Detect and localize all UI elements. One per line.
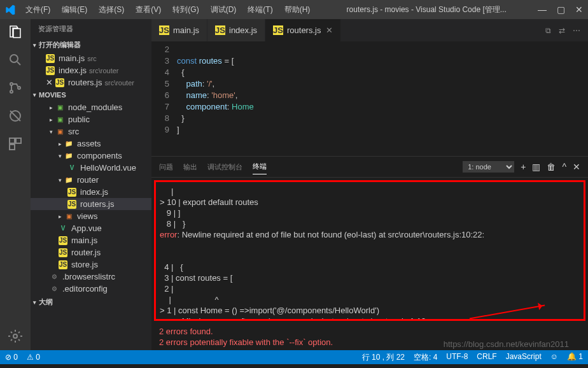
terminal-selector[interactable]: 1: node <box>463 161 514 173</box>
close-panel-icon[interactable]: ✕ <box>573 162 580 172</box>
svg-point-8 <box>13 334 17 338</box>
panel-tab[interactable]: 终端 <box>253 159 267 174</box>
svg-point-0 <box>10 55 18 62</box>
project-header[interactable]: MOVIES <box>31 90 151 100</box>
close-button[interactable]: ✕ <box>575 4 583 15</box>
menu-item[interactable]: 查看(V) <box>130 2 166 18</box>
menu-item[interactable]: 转到(G) <box>167 2 204 18</box>
maximize-panel-icon[interactable]: ^ <box>562 162 566 172</box>
svg-rect-6 <box>16 138 21 143</box>
open-editor-item[interactable]: JSindex.jssrc\router <box>31 64 151 76</box>
explorer-icon[interactable] <box>8 24 23 39</box>
source-control-icon[interactable] <box>8 80 23 96</box>
tree-file[interactable]: VHelloWorld.vue <box>31 162 151 174</box>
minimize-button[interactable]: — <box>538 4 547 15</box>
outline-header[interactable]: 大纲 <box>31 296 151 308</box>
new-terminal-icon[interactable]: + <box>521 162 526 172</box>
activity-bar <box>0 19 31 350</box>
debug-icon[interactable] <box>8 108 23 124</box>
menu-item[interactable]: 选择(S) <box>94 2 129 18</box>
kill-terminal-icon[interactable]: 🗑 <box>547 162 556 172</box>
menu-item[interactable]: 调试(D) <box>206 2 242 18</box>
editor-tab[interactable]: JSrouters.js✕ <box>265 19 341 41</box>
editor-tab[interactable]: JSmain.js <box>151 19 207 41</box>
settings-gear-icon[interactable] <box>8 329 23 344</box>
explorer-sidebar: 资源管理器 打开的编辑器 JSmain.jssrcJSindex.jssrc\r… <box>31 19 151 350</box>
split-terminal-icon[interactable]: ▥ <box>532 162 540 172</box>
tree-file[interactable]: ⚙.browserslistrc <box>31 271 151 283</box>
tree-file[interactable]: VApp.vue <box>31 222 151 234</box>
titlebar: 文件(F)编辑(E)选择(S)查看(V)转到(G)调试(D)终端(T)帮助(H)… <box>0 0 588 19</box>
minimap[interactable] <box>537 41 588 156</box>
status-notifications[interactable]: 🔔 1 <box>567 352 583 363</box>
main-menu: 文件(F)编辑(E)选择(S)查看(V)转到(G)调试(D)终端(T)帮助(H) <box>20 2 315 18</box>
open-editor-item[interactable]: ✕JSrouters.jssrc\router <box>31 76 151 88</box>
tree-folder[interactable]: 📁components <box>31 150 151 162</box>
svg-point-2 <box>10 90 13 93</box>
panel-tab[interactable]: 调试控制台 <box>207 160 242 174</box>
status-errors[interactable]: ⊘ 0 <box>5 353 18 362</box>
status-cursor[interactable]: 行 10 , 列 22 <box>362 352 405 363</box>
editor-tabs: JSmain.jsJSindex.jsJSrouters.js✕ ⧉ ⇄ ⋯ <box>151 19 588 41</box>
editor-tab[interactable]: JSindex.js <box>207 19 265 41</box>
panel-tab[interactable]: 输出 <box>183 160 197 174</box>
watermark: https://blog.csdn.net/kevinfan2011 <box>444 339 569 349</box>
code-editor[interactable]: 23456789 const routes = [ { path: '/', n… <box>151 41 588 156</box>
tree-file[interactable]: JSstore.js <box>31 258 151 271</box>
tree-file[interactable]: JSrouters.js <box>31 198 151 210</box>
status-warnings[interactable]: ⚠ 0 <box>27 353 40 362</box>
svg-point-3 <box>18 87 20 89</box>
tree-file[interactable]: JSmain.js <box>31 234 151 246</box>
menu-item[interactable]: 编辑(E) <box>57 2 92 18</box>
tree-folder[interactable]: 📁assets <box>31 138 151 150</box>
open-editor-item[interactable]: JSmain.jssrc <box>31 52 151 64</box>
bottom-panel: 问题输出调试控制台终端 1: node + ▥ 🗑 ^ ✕ |> 10 | ex… <box>151 156 588 350</box>
menu-item[interactable]: 帮助(H) <box>279 2 316 18</box>
tree-file[interactable]: JSrouter.js <box>31 246 151 258</box>
tree-folder[interactable]: ▣views <box>31 210 151 222</box>
terminal-output[interactable]: |> 10 | export default routes 9 | ] 8 | … <box>154 180 585 321</box>
svg-rect-7 <box>10 145 15 150</box>
more-icon[interactable]: ⋯ <box>573 26 580 35</box>
window-title: routers.js - movies - Visual Studio Code… <box>315 4 538 15</box>
status-feedback[interactable]: ☺ <box>550 352 558 363</box>
sidebar-title: 资源管理器 <box>31 19 151 39</box>
tab-actions: ⧉ ⇄ ⋯ <box>545 19 588 41</box>
extensions-icon[interactable] <box>8 136 23 152</box>
tree-folder[interactable]: 📁router <box>31 174 151 186</box>
tree-folder[interactable]: ▣node_modules <box>31 101 151 113</box>
status-eol[interactable]: CRLF <box>477 352 496 363</box>
status-encoding[interactable]: UTF-8 <box>446 352 468 363</box>
search-icon[interactable] <box>8 52 23 67</box>
maximize-button[interactable]: ▢ <box>557 4 565 15</box>
panel-tabs: 问题输出调试控制台终端 1: node + ▥ 🗑 ^ ✕ <box>151 157 588 178</box>
status-language[interactable]: JavaScript <box>506 352 542 363</box>
status-spaces[interactable]: 空格: 4 <box>414 352 437 363</box>
tree-file[interactable]: JSindex.js <box>31 186 151 198</box>
tree-file[interactable]: ⚙.editorconfig <box>31 283 151 295</box>
tree-folder[interactable]: ▣public <box>31 113 151 125</box>
status-bar: ⊘ 0 ⚠ 0 行 10 , 列 22 空格: 4 UTF-8 CRLF Jav… <box>0 350 588 364</box>
svg-point-1 <box>10 83 13 85</box>
open-editors-header[interactable]: 打开的编辑器 <box>31 39 151 51</box>
svg-rect-5 <box>10 138 15 143</box>
window-controls: — ▢ ✕ <box>538 4 583 15</box>
split-editor-icon[interactable]: ⧉ <box>545 26 551 35</box>
menu-item[interactable]: 文件(F) <box>20 2 55 18</box>
menu-item[interactable]: 终端(T) <box>242 2 277 18</box>
compare-icon[interactable]: ⇄ <box>559 26 565 35</box>
tree-folder[interactable]: ▣src <box>31 125 151 138</box>
panel-tab[interactable]: 问题 <box>159 160 173 174</box>
vscode-logo-icon <box>5 4 15 15</box>
editor-area: JSmain.jsJSindex.jsJSrouters.js✕ ⧉ ⇄ ⋯ 2… <box>151 19 588 350</box>
